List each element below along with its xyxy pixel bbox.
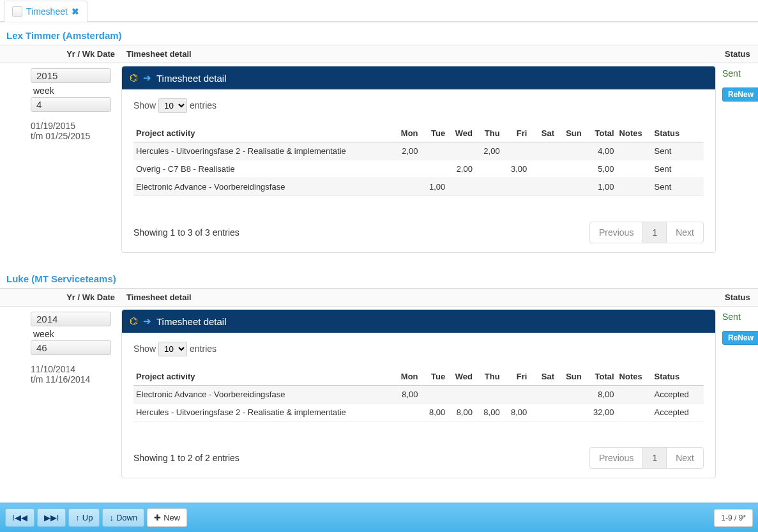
pager-page-1[interactable]: 1: [643, 222, 667, 243]
th-sun[interactable]: Sun: [557, 125, 584, 142]
pager-prev[interactable]: Previous: [590, 222, 643, 243]
last-icon: ▶▶I: [44, 513, 59, 522]
cell-mon: 8,00: [393, 386, 421, 404]
th-notes[interactable]: Notes: [617, 368, 652, 386]
cell-thu: [475, 386, 503, 404]
th-total[interactable]: Total: [584, 125, 617, 142]
cell-notes: [617, 404, 652, 422]
date-from: 01/19/2015: [31, 121, 115, 131]
cell-thu: 8,00: [475, 404, 503, 422]
col-detail: Timesheet detail: [121, 45, 720, 63]
columns-header: Yr / Wk DateTimesheet detailStatus: [0, 288, 758, 307]
up-button[interactable]: ↑Up: [68, 508, 100, 527]
show-prefix: Show: [133, 100, 156, 110]
renew-button[interactable]: ReNew: [722, 331, 758, 345]
table-row[interactable]: Hercules - Uitvoeringsfase 2 - Realisati…: [133, 404, 704, 422]
th-wed[interactable]: Wed: [448, 368, 475, 386]
th-mon[interactable]: Mon: [393, 368, 421, 386]
week-chip[interactable]: 4: [31, 97, 111, 112]
user-header[interactable]: Luke (MT Serviceteams): [0, 266, 758, 288]
pager-next[interactable]: Next: [667, 222, 703, 243]
pager: Previous1Next: [589, 447, 704, 469]
th-thu[interactable]: Thu: [475, 368, 503, 386]
cell-tue: 1,00: [421, 178, 448, 196]
cell-sun: [557, 178, 584, 196]
th-status[interactable]: Status: [652, 125, 704, 142]
cell-status: Sent: [652, 142, 704, 160]
th-sun[interactable]: Sun: [557, 368, 584, 386]
th-thu[interactable]: Thu: [475, 125, 503, 142]
table-row[interactable]: Hercules - Uitvoeringsfase 2 - Realisati…: [133, 142, 704, 160]
th-fri[interactable]: Fri: [503, 368, 530, 386]
th-tue[interactable]: Tue: [421, 368, 448, 386]
cell-status: Accepted: [652, 404, 704, 422]
content-area: Lex Timmer (Amsterdam)Yr / Wk DateTimesh…: [0, 22, 758, 496]
cell-total: 8,00: [584, 386, 617, 404]
entries-select[interactable]: 10: [158, 342, 187, 356]
new-button[interactable]: ✚New: [147, 508, 187, 527]
th-activity[interactable]: Project activity: [133, 368, 393, 386]
arrow-up-icon: ↑: [75, 513, 80, 522]
renew-button[interactable]: ReNew: [722, 87, 758, 102]
panel-header: ⌬➔Timesheet detail: [122, 66, 715, 89]
th-fri[interactable]: Fri: [503, 125, 530, 142]
entries-select[interactable]: 10: [158, 98, 187, 113]
cell-notes: [617, 178, 652, 196]
table-row[interactable]: Overig - C7 B8 - Realisatie2,003,005,00S…: [133, 160, 704, 178]
detail-column: ⌬➔Timesheet detailShow10entriesProject a…: [121, 63, 720, 253]
col-yr-wk: Yr / Wk Date: [0, 289, 121, 306]
showing-info: Showing 1 to 3 of 3 entries: [133, 227, 239, 238]
panel-body: Show10entriesProject activityMonTueWedTh…: [122, 89, 715, 252]
activity-table: Project activityMonTueWedThuFriSatSunTot…: [133, 125, 704, 196]
pager-prev[interactable]: Previous: [590, 448, 643, 468]
down-button[interactable]: ↓Down: [102, 508, 144, 527]
timesheet-record: 2015week401/19/2015t/m 01/25/2015⌬➔Times…: [0, 63, 758, 266]
first-button[interactable]: I◀◀: [5, 508, 34, 527]
cell-wed: [448, 178, 475, 196]
hierarchy-icon: ⌬: [130, 315, 138, 327]
timesheet-record: 2014week4611/10/2014t/m 11/16/2014⌬➔Time…: [0, 307, 758, 491]
cell-activity: Hercules - Uitvoeringsfase 2 - Realisati…: [133, 142, 393, 160]
new-label: New: [163, 513, 180, 522]
cell-activity: Hercules - Uitvoeringsfase 2 - Realisati…: [133, 404, 393, 422]
cell-tue: [421, 386, 448, 404]
panel-title: Timesheet detail: [156, 73, 227, 84]
th-mon[interactable]: Mon: [393, 125, 421, 142]
cell-wed: 8,00: [448, 404, 475, 422]
tab-timesheet[interactable]: Timesheet ✖: [4, 1, 87, 22]
last-button[interactable]: ▶▶I: [37, 508, 66, 527]
th-sat[interactable]: Sat: [529, 368, 557, 386]
status-column: SentReNew: [720, 307, 758, 478]
user-header[interactable]: Lex Timmer (Amsterdam): [0, 22, 758, 45]
th-tue[interactable]: Tue: [421, 125, 448, 142]
date-to: t/m 11/16/2014: [31, 374, 115, 384]
arrow-down-icon: ↓: [109, 513, 114, 522]
close-icon[interactable]: ✖: [72, 6, 79, 17]
cell-mon: [393, 178, 421, 196]
tab-label: Timesheet: [26, 6, 68, 17]
table-row[interactable]: Electronic Advance - Voorbereidingsfase8…: [133, 386, 704, 404]
th-activity[interactable]: Project activity: [133, 125, 393, 142]
status-value: Sent: [722, 68, 755, 79]
show-suffix: entries: [190, 100, 216, 110]
th-notes[interactable]: Notes: [617, 125, 652, 142]
pager-page-1[interactable]: 1: [643, 448, 667, 468]
cell-notes: [617, 160, 652, 178]
th-total[interactable]: Total: [584, 368, 617, 386]
cell-tue: [421, 160, 448, 178]
year-chip[interactable]: 2015: [31, 68, 111, 83]
pager-next[interactable]: Next: [667, 448, 703, 468]
week-label: week: [31, 328, 115, 340]
table-row[interactable]: Electronic Advance - Voorbereidingsfase1…: [133, 178, 704, 196]
th-wed[interactable]: Wed: [448, 125, 475, 142]
table-footer: Showing 1 to 2 of 2 entriesPrevious1Next: [133, 447, 704, 469]
th-sat[interactable]: Sat: [529, 125, 557, 142]
week-chip[interactable]: 46: [31, 340, 111, 355]
first-icon: I◀◀: [12, 513, 27, 522]
entries-selector: Show10entries: [133, 342, 704, 356]
cell-total: 1,00: [584, 178, 617, 196]
th-status[interactable]: Status: [652, 368, 704, 386]
year-chip[interactable]: 2014: [31, 312, 111, 326]
cell-fri: 8,00: [503, 404, 530, 422]
cell-activity: Electronic Advance - Voorbereidingsfase: [133, 386, 393, 404]
